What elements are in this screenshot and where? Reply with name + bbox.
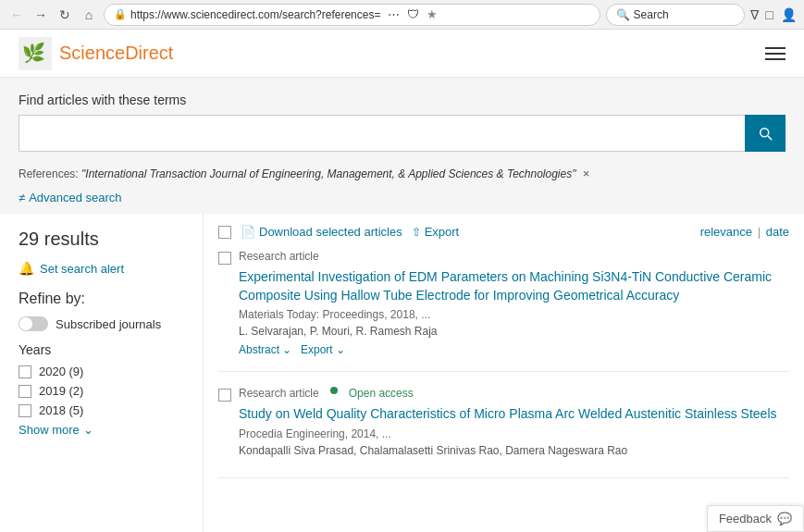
- logo-area: 🌿 ScienceDirect: [19, 37, 173, 70]
- set-alert-row[interactable]: 🔔 Set search alert: [19, 261, 184, 276]
- star-icon: ★: [427, 7, 438, 21]
- year-option-2020[interactable]: 2020 (9): [19, 365, 184, 378]
- article-meta-2: Procedia Engineering, 2014, ...: [239, 427, 789, 440]
- search-button[interactable]: [745, 115, 785, 152]
- browser-search-icon: 🔍: [616, 8, 630, 21]
- more-icon: ⋯: [388, 7, 400, 21]
- account-icon[interactable]: 👤: [781, 7, 797, 22]
- search-label: Find articles with these terms: [19, 93, 785, 107]
- sort-date-link[interactable]: date: [766, 225, 789, 239]
- home-button[interactable]: ⌂: [80, 6, 98, 24]
- sort-options: relevance | date: [700, 225, 789, 239]
- year-label-2019: 2019 (2): [39, 384, 83, 398]
- export-button-1[interactable]: Export ⌄: [301, 343, 345, 356]
- chat-icon: 💬: [777, 512, 792, 526]
- feedback-label: Feedback: [719, 512, 772, 526]
- url-text: https://www.sciencedirect.com/search?ref…: [130, 8, 380, 21]
- year-label-2020: 2020 (9): [39, 365, 83, 378]
- tabs-icon[interactable]: □: [766, 7, 773, 22]
- results-count: 29 results: [19, 229, 184, 250]
- references-close-button[interactable]: ×: [583, 167, 590, 180]
- right-panel: 📄 Download selected articles ⇧ Export re…: [204, 214, 804, 532]
- export-label: Export: [425, 225, 460, 239]
- search-bar-row: [19, 115, 785, 152]
- article-type-2: Research article: [239, 387, 319, 400]
- article-card-2: Research article Open access Study on We…: [218, 387, 789, 478]
- article-authors-2: Kondapalli Siva Prasad, Chalamalasetti S…: [239, 444, 789, 457]
- search-input[interactable]: [19, 115, 745, 152]
- page-header: 🌿 ScienceDirect: [0, 30, 804, 78]
- browser-search-text: Search: [634, 8, 669, 21]
- references-text: "International Transaction Journal of En…: [81, 167, 575, 180]
- article-checkbox-2[interactable]: [218, 389, 231, 402]
- advanced-search-row: ≠ Advanced search: [0, 186, 804, 214]
- filter-icon: ≠: [19, 191, 25, 204]
- elsevier-logo: 🌿: [19, 37, 52, 70]
- sort-divider: |: [758, 225, 761, 239]
- open-access-indicator: [330, 387, 338, 394]
- subscribed-journals-row: Subscribed journals: [19, 316, 184, 331]
- article-checkbox-1[interactable]: [218, 252, 231, 265]
- pdf-icon: 📄: [241, 225, 255, 239]
- export-button[interactable]: ⇧ Export: [412, 225, 460, 239]
- article-authors-1: L. Selvarajan, P. Mouri, R. Ramesh Raja: [239, 325, 789, 338]
- year-checkbox-2019[interactable]: [19, 385, 31, 398]
- download-label: Download selected articles: [259, 225, 402, 239]
- shield-icon: 🛡: [407, 7, 419, 21]
- year-checkbox-2018[interactable]: [19, 404, 31, 417]
- lock-icon: 🔒: [114, 8, 127, 20]
- article-card-1: Research article Experimental Investigat…: [218, 250, 789, 372]
- reload-button[interactable]: ↻: [56, 6, 74, 24]
- advanced-search-link[interactable]: ≠ Advanced search: [19, 191, 122, 204]
- year-label-2018: 2018 (5): [39, 403, 83, 417]
- toggle-knob: [19, 317, 32, 330]
- download-selected-button[interactable]: 📄 Download selected articles: [241, 225, 402, 239]
- forward-button[interactable]: →: [31, 6, 50, 24]
- article-actions-1: Abstract ⌄ Export ⌄: [239, 343, 789, 356]
- references-prefix: References:: [19, 167, 81, 180]
- subscribed-toggle[interactable]: [19, 316, 48, 331]
- site-logo-text[interactable]: ScienceDirect: [59, 43, 173, 64]
- year-options-list: 2020 (9) 2019 (2) 2018 (5): [19, 365, 184, 417]
- export-icon: ⇧: [412, 226, 421, 239]
- subscribed-label: Subscribed journals: [56, 317, 161, 331]
- year-option-2019[interactable]: 2019 (2): [19, 384, 184, 398]
- feedback-button[interactable]: Feedback 💬: [707, 505, 804, 532]
- left-panel: 29 results 🔔 Set search alert Refine by:…: [0, 214, 204, 532]
- main-content: 29 results 🔔 Set search alert Refine by:…: [0, 214, 804, 532]
- article-title-2[interactable]: Study on Weld Quality Characteristics of…: [239, 405, 789, 424]
- article-title-1[interactable]: Experimental Investigation of EDM Parame…: [239, 268, 789, 304]
- hamburger-menu[interactable]: [765, 47, 785, 60]
- back-button[interactable]: ←: [7, 6, 26, 24]
- chevron-down-icon-1: ⌄: [282, 343, 291, 356]
- alert-label: Set search alert: [40, 262, 124, 276]
- browser-toolbar-icons: ∇ □ 👤: [750, 7, 797, 22]
- open-access-label: Open access: [349, 387, 414, 400]
- browser-chrome: ← → ↻ ⌂ 🔒 https://www.sciencedirect.com/…: [0, 0, 804, 30]
- years-label: Years: [19, 342, 184, 357]
- article-meta-1: Materials Today: Proceedings, 2018, ...: [239, 308, 789, 321]
- refine-label: Refine by:: [19, 291, 184, 307]
- show-more-label: Show more: [19, 423, 80, 437]
- article-header-2: Research article Open access: [218, 387, 789, 402]
- sort-relevance-link[interactable]: relevance: [700, 225, 752, 239]
- url-bar[interactable]: 🔒 https://www.sciencedirect.com/search?r…: [104, 4, 600, 26]
- article-type-1: Research article: [239, 250, 319, 263]
- chevron-down-icon: ⌄: [83, 423, 93, 437]
- svg-text:🌿: 🌿: [22, 42, 45, 64]
- search-icon: [757, 125, 773, 142]
- library-icon[interactable]: ∇: [750, 7, 759, 22]
- advanced-search-label: Advanced search: [29, 191, 121, 204]
- article-header-1: Research article: [218, 250, 789, 265]
- results-toolbar: 📄 Download selected articles ⇧ Export re…: [218, 225, 789, 239]
- year-checkbox-2020[interactable]: [19, 365, 31, 378]
- select-all-checkbox[interactable]: [218, 226, 231, 239]
- show-more-button[interactable]: Show more ⌄: [19, 423, 184, 437]
- references-bar: References: "International Transaction J…: [0, 163, 804, 186]
- bell-icon: 🔔: [19, 261, 34, 276]
- browser-search-bar[interactable]: 🔍 Search: [606, 4, 745, 26]
- search-area: Find articles with these terms: [0, 78, 804, 163]
- chevron-down-icon-export-1: ⌄: [336, 343, 345, 356]
- year-option-2018[interactable]: 2018 (5): [19, 403, 184, 417]
- abstract-button-1[interactable]: Abstract ⌄: [239, 343, 291, 356]
